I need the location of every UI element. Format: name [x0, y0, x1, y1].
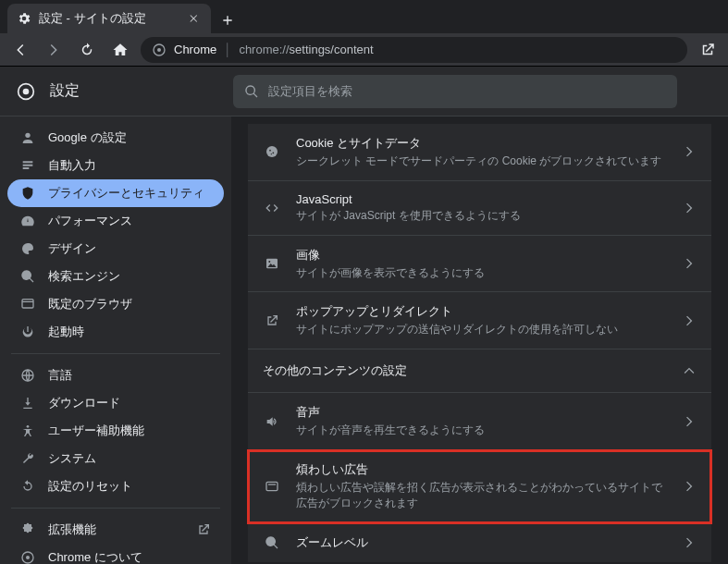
download-icon	[20, 396, 35, 411]
globe-icon	[20, 368, 35, 383]
sidebar-item-appearance[interactable]: デザイン	[7, 235, 224, 263]
chevron-right-icon	[682, 535, 697, 550]
svg-point-3	[23, 88, 30, 94]
accessibility-icon	[20, 423, 35, 438]
sidebar-label: ユーザー補助機能	[48, 423, 144, 439]
extension-icon	[20, 522, 35, 537]
sidebar-label: 設定のリセット	[48, 478, 132, 495]
section-title: その他のコンテンツの設定	[263, 362, 407, 379]
sidebar-item-reset[interactable]: 設定のリセット	[7, 472, 224, 500]
settings-search[interactable]	[233, 75, 677, 108]
sidebar-label: 検索エンジン	[48, 268, 120, 285]
external-link-icon	[196, 522, 211, 537]
code-icon	[263, 201, 281, 215]
sidebar-item-on-startup[interactable]: 起動時	[7, 318, 224, 346]
address-bar[interactable]: Chrome │ chrome://settings/content	[141, 37, 687, 63]
shield-icon	[20, 186, 35, 201]
setting-row-sound[interactable]: 音声 サイトが音声を再生できるようにする	[248, 393, 711, 450]
sidebar-separator	[11, 353, 220, 354]
sidebar-label: システム	[48, 450, 96, 467]
row-sub: サイトが音声を再生できるようにする	[296, 423, 667, 438]
person-icon	[20, 130, 35, 145]
home-button[interactable]	[107, 37, 133, 63]
popup-icon	[263, 313, 281, 328]
speedometer-icon	[20, 214, 35, 228]
cookie-icon	[263, 144, 281, 159]
setting-row-images[interactable]: 画像 サイトが画像を表示できるようにする	[248, 236, 711, 293]
row-title: 音声	[296, 404, 667, 421]
svg-rect-17	[268, 484, 276, 484]
chevron-right-icon	[682, 414, 697, 429]
sidebar-item-google[interactable]: Google の設定	[7, 124, 224, 152]
chevron-right-icon	[682, 479, 697, 494]
svg-point-15	[268, 261, 270, 263]
chevron-right-icon	[682, 144, 697, 159]
power-icon	[20, 325, 35, 339]
row-title: ズームレベル	[296, 534, 667, 551]
sidebar-item-extensions[interactable]: 拡張機能	[7, 516, 224, 544]
row-title: 煩わしい広告	[296, 461, 667, 478]
sidebar-label: デザイン	[48, 240, 96, 257]
search-icon	[244, 84, 259, 99]
section-other-content[interactable]: その他のコンテンツの設定	[248, 349, 711, 393]
sidebar-item-privacy[interactable]: プライバシーとセキュリティ	[7, 179, 224, 207]
back-button[interactable]	[7, 37, 33, 63]
chevron-right-icon	[682, 256, 697, 271]
sidebar-label: ダウンロード	[48, 395, 120, 411]
sidebar-label: パフォーマンス	[48, 213, 132, 229]
row-sub: サイトが画像を表示できるようにする	[296, 265, 667, 281]
sidebar-item-system[interactable]: システム	[7, 445, 224, 472]
new-tab-button[interactable]	[211, 7, 244, 33]
sidebar-item-languages[interactable]: 言語	[7, 362, 224, 389]
setting-row-zoom[interactable]: ズームレベル	[248, 523, 711, 562]
browser-toolbar: Chrome │ chrome://settings/content	[0, 33, 728, 67]
forward-button[interactable]	[41, 37, 67, 63]
row-sub: 煩わしい広告や誤解を招く広告が表示されることがわかっているサイトで広告がブロック…	[296, 480, 667, 511]
sidebar-item-about-chrome[interactable]: Chrome について	[7, 544, 224, 564]
sidebar-label: プライバシーとセキュリティ	[48, 185, 204, 202]
svg-point-12	[272, 153, 274, 154]
palette-icon	[20, 241, 35, 256]
sidebar-item-search-engine[interactable]: 検索エンジン	[7, 263, 224, 290]
sidebar-label: Chrome について	[48, 549, 142, 564]
close-icon[interactable]	[187, 11, 202, 26]
chrome-product-icon	[152, 43, 167, 57]
svg-point-4	[25, 133, 30, 138]
sidebar-item-performance[interactable]: パフォーマンス	[7, 207, 224, 235]
url-label-chrome: Chrome	[174, 43, 216, 56]
reload-button[interactable]	[74, 37, 100, 63]
sidebar-item-default-browser[interactable]: 既定のブラウザ	[7, 290, 224, 318]
chevron-up-icon	[682, 363, 697, 378]
browser-icon	[20, 297, 35, 312]
setting-row-javascript[interactable]: JavaScript サイトが JavaScript を使用できるようにする	[248, 181, 711, 236]
chevron-right-icon	[682, 313, 697, 328]
reset-icon	[20, 479, 35, 494]
svg-rect-5	[22, 300, 33, 308]
svg-point-10	[266, 146, 278, 157]
svg-point-11	[269, 150, 271, 152]
setting-row-popups[interactable]: ポップアップとリダイレクト サイトにポップアップの送信やリダイレクトの使用を許可…	[248, 292, 711, 349]
settings-search-input[interactable]	[268, 84, 666, 98]
setting-row-cookies[interactable]: Cookie とサイトデータ シークレット モードでサードパーティの Cooki…	[248, 124, 711, 181]
svg-point-7	[27, 425, 30, 428]
settings-content: Cookie とサイトデータ シークレット モードでサードパーティの Cooki…	[231, 116, 728, 564]
setting-row-intrusive-ads[interactable]: 煩わしい広告 煩わしい広告や誤解を招く広告が表示されることがわかっているサイトで…	[248, 450, 711, 523]
page-title: 設定	[50, 81, 80, 101]
autofill-icon	[20, 158, 35, 173]
share-button[interactable]	[695, 37, 721, 63]
row-title: JavaScript	[296, 192, 667, 206]
row-title: ポップアップとリダイレクト	[296, 303, 667, 320]
zoom-icon	[263, 535, 281, 550]
chevron-right-icon	[682, 201, 697, 215]
svg-point-13	[271, 153, 272, 154]
sidebar-item-autofill[interactable]: 自動入力	[7, 152, 224, 179]
chrome-logo-icon	[17, 82, 35, 101]
browser-tab[interactable]: 設定 - サイトの設定	[7, 4, 211, 33]
sidebar-item-downloads[interactable]: ダウンロード	[7, 389, 224, 417]
sidebar-item-accessibility[interactable]: ユーザー補助機能	[7, 417, 224, 445]
row-sub: サイトにポップアップの送信やリダイレクトの使用を許可しない	[296, 322, 667, 337]
ads-icon	[263, 479, 281, 494]
row-sub: シークレット モードでサードパーティの Cookie がブロックされています	[296, 153, 667, 169]
settings-header: 設定	[0, 67, 728, 116]
chrome-icon	[20, 550, 35, 564]
